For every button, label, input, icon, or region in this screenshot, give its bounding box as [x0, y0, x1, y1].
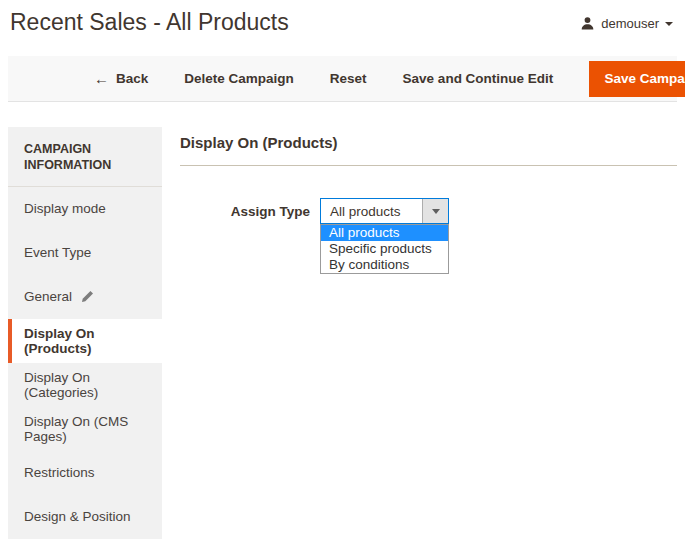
assign-type-select-value: All products — [321, 199, 422, 223]
dropdown-option[interactable]: Specific products — [321, 241, 448, 257]
sidebar-item[interactable]: Event Type — [8, 231, 162, 275]
save-campaign-button[interactable]: Save Campaign — [589, 61, 685, 97]
section-divider — [180, 165, 677, 166]
sidebar-item-label: Design & Position — [24, 509, 131, 524]
chevron-down-icon — [432, 209, 440, 214]
assign-type-row: Assign Type All products All productsSpe… — [180, 198, 677, 224]
reset-button[interactable]: Reset — [330, 71, 367, 86]
sidebar-header: CAMPAIGN INFORMATION — [8, 127, 162, 187]
back-button[interactable]: ← Back — [94, 70, 148, 87]
save-and-continue-button[interactable]: Save and Continue Edit — [403, 71, 554, 86]
assign-type-label: Assign Type — [180, 198, 320, 219]
assign-type-select[interactable]: All products — [320, 198, 449, 224]
sidebar-item-label: Display On (Products) — [24, 326, 162, 356]
dropdown-option[interactable]: All products — [321, 225, 448, 241]
sidebar-item[interactable]: Display On (Products) — [8, 319, 162, 363]
sidebar-item-label: Display mode — [24, 201, 106, 216]
section-heading: Display On (Products) — [180, 134, 677, 151]
sidebar-item[interactable]: Display mode — [8, 187, 162, 231]
action-toolbar: ← Back Delete Campaign Reset Save and Co… — [8, 56, 677, 102]
sidebar-item[interactable]: General — [8, 275, 162, 319]
dropdown-option[interactable]: By conditions — [321, 257, 448, 273]
back-button-label: Back — [116, 71, 148, 86]
sidebar-item-label: General — [24, 289, 72, 304]
sidebar-item[interactable]: Design & Position — [8, 495, 162, 539]
sidebar: CAMPAIGN INFORMATION Display modeEvent T… — [8, 127, 162, 539]
edit-pencil-icon — [81, 290, 94, 303]
sidebar-item[interactable]: Restrictions — [8, 451, 162, 495]
back-arrow-icon: ← — [94, 70, 109, 87]
sidebar-item-label: Display On (CMS Pages) — [24, 414, 162, 444]
chevron-down-icon — [665, 22, 673, 26]
page-title: Recent Sales - All Products — [10, 9, 289, 36]
sidebar-items: Display modeEvent TypeGeneralDisplay On … — [8, 187, 162, 539]
sidebar-item-label: Restrictions — [24, 465, 95, 480]
sidebar-item[interactable]: Display On (Categories) — [8, 363, 162, 407]
sidebar-item-label: Event Type — [24, 245, 91, 260]
assign-type-select-wrap: All products All productsSpecific produc… — [320, 198, 449, 224]
content-area: CAMPAIGN INFORMATION Display modeEvent T… — [0, 127, 685, 539]
user-icon — [580, 16, 595, 31]
sidebar-item[interactable]: Display On (CMS Pages) — [8, 407, 162, 451]
main-panel: Display On (Products) Assign Type All pr… — [180, 127, 677, 224]
sidebar-item-label: Display On (Categories) — [24, 370, 162, 400]
user-menu[interactable]: demouser — [580, 16, 673, 31]
select-arrow-button[interactable] — [422, 199, 448, 223]
page: Recent Sales - All Products demouser ← B… — [0, 0, 685, 539]
delete-campaign-button[interactable]: Delete Campaign — [184, 71, 294, 86]
assign-type-dropdown: All productsSpecific productsBy conditio… — [320, 224, 449, 274]
page-header: Recent Sales - All Products demouser — [0, 0, 685, 56]
user-name: demouser — [601, 16, 659, 31]
